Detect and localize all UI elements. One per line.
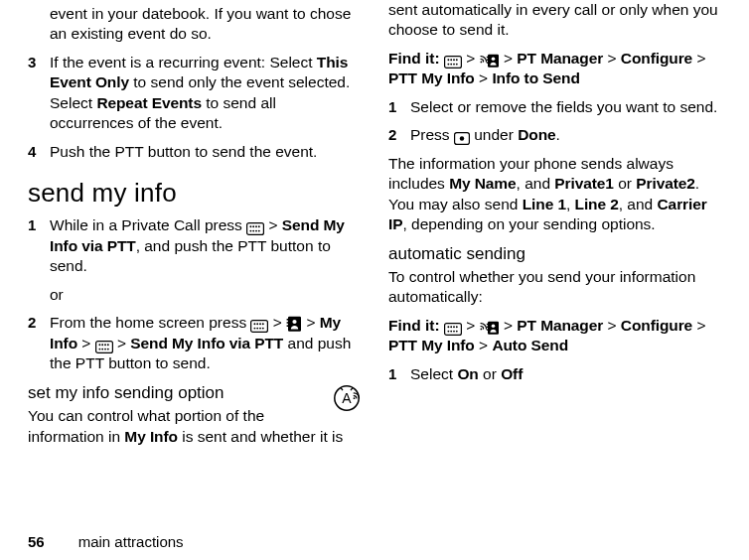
- gt: >: [500, 317, 518, 334]
- ui-label-my-name: My Name: [449, 175, 516, 192]
- menu-key-icon: [95, 336, 113, 355]
- menu-key-icon: [250, 315, 268, 335]
- list-item: 4 Push the PTT button to send the event.: [28, 142, 361, 162]
- left-column: event in your datebook. If you want to c…: [28, 0, 361, 522]
- step-body: Select or remove the fields you want to …: [410, 97, 721, 117]
- text: , depending on your sending options.: [402, 215, 655, 232]
- section-title: main attractions: [78, 532, 184, 552]
- list-item: 1 Select On or Off: [388, 364, 721, 384]
- list-item: 1 Select or remove the fields you want t…: [388, 97, 721, 117]
- step-number: 4: [28, 142, 50, 162]
- list-item: 3 If the event is a recurring event: Sel…: [28, 53, 361, 134]
- option-paragraph: You can control what portion of the info…: [28, 406, 361, 447]
- gt: >: [113, 335, 131, 351]
- gt: >: [264, 216, 282, 233]
- list-item: 2 Press under Done.: [388, 125, 721, 145]
- gt: >: [603, 50, 621, 67]
- ptt-key-icon: [480, 318, 500, 338]
- heading-automatic-sending: automatic sending: [388, 243, 721, 265]
- step-body: While in a Private Call press > Send My …: [50, 215, 361, 276]
- ui-label-pt-manager: PT Manager: [517, 50, 603, 67]
- text: or: [614, 175, 636, 192]
- ui-label-configure: Configure: [621, 50, 692, 67]
- text: Select: [410, 365, 457, 382]
- step-number: 1: [388, 97, 410, 117]
- ui-label-line1: Line 1: [523, 196, 566, 212]
- text: or: [479, 365, 501, 382]
- info-paragraph: The information your phone sends always …: [388, 154, 721, 235]
- menu-key-icon: [444, 318, 462, 338]
- menu-key-icon: [246, 217, 264, 237]
- gt: >: [500, 50, 518, 67]
- step-number: 1: [28, 215, 50, 235]
- ui-label-on: On: [457, 365, 478, 382]
- gt: >: [77, 335, 95, 351]
- step-body: From the home screen press > > My Info >…: [50, 313, 361, 373]
- ui-label-info-to-send: Info to Send: [492, 70, 579, 86]
- network-feature-icon: [333, 384, 361, 418]
- ptt-key-icon: [480, 51, 500, 70]
- gt: >: [692, 50, 705, 67]
- heading-send-my-info: send my info: [28, 176, 361, 210]
- text: .: [556, 126, 560, 143]
- text: is sent and whether it is: [178, 428, 343, 445]
- softkey-dot-icon: [454, 127, 470, 147]
- text: , and: [517, 175, 555, 192]
- step-number: 2: [28, 313, 50, 333]
- ui-label-off: Off: [501, 365, 523, 382]
- gt: >: [475, 70, 493, 86]
- ui-label-private1: Private1: [554, 175, 614, 192]
- page-footer: 56 main attractions: [28, 522, 721, 554]
- text: If the event is a recurring event: Selec…: [50, 54, 317, 70]
- ui-label-my-info: My Info: [124, 428, 178, 445]
- find-it-path: Find it: > > PT Manager > Configure > PT…: [388, 49, 721, 89]
- gt: >: [302, 314, 320, 331]
- step-body: Push the PTT button to send the event.: [50, 142, 361, 162]
- ui-label-auto-send: Auto Send: [492, 337, 568, 353]
- heading-set-my-info-option: set my info sending option: [28, 382, 361, 404]
- ui-label-ptt-my-info: PTT My Info: [388, 337, 475, 353]
- gt: >: [692, 317, 705, 334]
- list-item: 1 While in a Private Call press > Send M…: [28, 215, 361, 276]
- text: While in a Private Call press: [50, 216, 246, 233]
- find-it-label: Find it:: [388, 317, 440, 334]
- menu-key-icon: [444, 51, 462, 70]
- step-body: Press under Done.: [410, 125, 721, 145]
- find-it-label: Find it:: [388, 50, 440, 67]
- gt: >: [268, 314, 286, 331]
- continuation-paragraph: sent automatically in every call or only…: [388, 0, 721, 41]
- step-body: Select On or Off: [410, 364, 721, 384]
- ui-label-line2: Line 2: [575, 196, 619, 212]
- ui-label-ptt-my-info: PTT My Info: [388, 70, 475, 86]
- ui-label-send-my-info-via-ptt: Send My Info via PTT: [130, 335, 283, 351]
- heading-text: set my info sending option: [28, 383, 225, 402]
- page-number: 56: [28, 532, 45, 552]
- text: , and: [619, 196, 658, 212]
- gt: >: [462, 317, 480, 334]
- step-body: If the event is a recurring event: Selec…: [50, 53, 361, 134]
- ui-label-pt-manager: PT Manager: [517, 317, 603, 334]
- ui-label-private2: Private2: [636, 175, 695, 192]
- text: under: [470, 126, 518, 143]
- gt: >: [475, 337, 493, 353]
- find-it-path: Find it: > > PT Manager > Configure > PT…: [388, 316, 721, 356]
- ui-label-repeat-events: Repeat Events: [96, 94, 202, 111]
- auto-paragraph: To control whether you send your informa…: [388, 267, 721, 308]
- text: From the home screen press: [50, 314, 250, 331]
- text: Press: [410, 126, 454, 143]
- gt: >: [462, 50, 480, 67]
- contacts-key-icon: [286, 315, 302, 335]
- ui-label-done: Done: [518, 126, 555, 143]
- right-column: sent automatically in every call or only…: [388, 0, 721, 522]
- list-item: 2 From the home screen press > > My Info…: [28, 313, 361, 373]
- ui-label-configure: Configure: [621, 317, 692, 334]
- or-separator: or: [50, 285, 361, 305]
- intro-continuation: event in your datebook. If you want to c…: [50, 4, 361, 45]
- gt: >: [603, 317, 621, 334]
- step-number: 1: [388, 364, 410, 384]
- step-number: 3: [28, 53, 50, 72]
- text: ,: [566, 196, 575, 212]
- step-number: 2: [388, 125, 410, 145]
